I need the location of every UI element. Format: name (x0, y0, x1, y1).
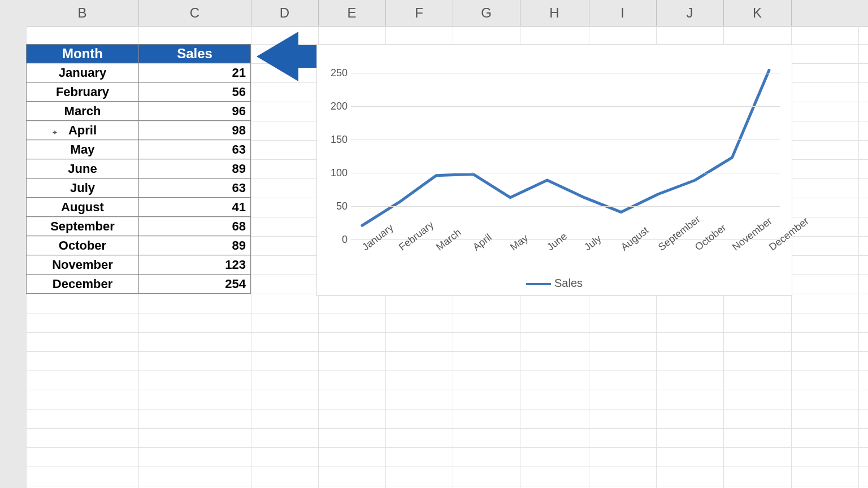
column-header[interactable]: J (656, 0, 724, 26)
table-row[interactable]: October89 (26, 236, 251, 255)
cell-sales[interactable]: 98 (139, 121, 251, 140)
table-row[interactable]: May63 (26, 140, 251, 159)
x-tick-label: January (360, 244, 367, 254)
column-header[interactable]: C (138, 0, 251, 26)
x-tick-label: July (582, 244, 589, 254)
column-header[interactable]: G (453, 0, 520, 26)
cell-sales[interactable]: 41 (139, 198, 251, 217)
table-row[interactable]: April98 (26, 121, 251, 140)
cell-month[interactable]: February (26, 82, 139, 102)
cell-sales[interactable]: 63 (139, 140, 251, 159)
cell-month[interactable]: April (26, 121, 139, 140)
table-row[interactable]: June89 (26, 159, 251, 178)
column-header[interactable]: H (520, 0, 589, 26)
cell-sales[interactable]: 96 (139, 102, 251, 121)
table-row[interactable]: July63 (26, 178, 251, 198)
cell-sales[interactable]: 56 (139, 82, 251, 102)
cell-month[interactable]: December (26, 274, 139, 294)
cell-sales[interactable]: 89 (139, 159, 251, 178)
cell-sales[interactable]: 123 (139, 255, 251, 274)
x-tick-label: May (508, 244, 515, 254)
y-tick-label: 250 (325, 67, 348, 79)
row-header-bar (0, 26, 27, 488)
x-tick-label: October (693, 244, 700, 254)
cell-sales[interactable]: 21 (139, 63, 251, 82)
column-header-bar: BCDEFGHIJK (0, 0, 868, 27)
table-row[interactable]: February56 (26, 82, 251, 102)
header-month[interactable]: Month (26, 44, 139, 63)
x-tick-label: September (656, 244, 663, 254)
y-tick-label: 150 (325, 134, 348, 146)
column-header[interactable]: D (251, 0, 319, 26)
legend-swatch-icon (526, 283, 551, 285)
cell-month[interactable]: November (26, 255, 139, 274)
column-header[interactable]: I (589, 0, 657, 26)
y-tick-label: 100 (325, 167, 348, 179)
legend-label: Sales (554, 277, 583, 289)
x-tick-label: December (767, 244, 774, 254)
column-header[interactable]: K (723, 0, 792, 26)
chart-line-series (351, 73, 780, 239)
cursor-icon: ⌖ (53, 128, 57, 137)
cell-sales[interactable]: 89 (139, 236, 251, 255)
cell-month[interactable]: June (26, 159, 139, 178)
x-tick-label: June (545, 244, 552, 254)
cell-month[interactable]: May (26, 140, 139, 159)
column-header[interactable]: F (385, 0, 453, 26)
cell-month[interactable]: September (26, 217, 139, 236)
x-tick-label: April (471, 244, 478, 254)
table-row[interactable]: November123 (26, 255, 251, 274)
cell-month[interactable]: October (26, 236, 139, 255)
y-tick-label: 50 (325, 201, 348, 212)
chart-legend: Sales (317, 277, 792, 290)
x-tick-label: August (619, 244, 626, 254)
cell-sales[interactable]: 63 (139, 178, 251, 198)
column-header[interactable]: B (26, 0, 139, 26)
cell-sales[interactable]: 254 (139, 274, 251, 294)
x-tick-label: March (434, 244, 441, 254)
table-row[interactable]: March96 (26, 102, 251, 121)
y-tick-label: 0 (325, 234, 348, 246)
table-row[interactable]: August41 (26, 198, 251, 217)
x-tick-label: February (397, 244, 404, 254)
cell-sales[interactable]: 68 (139, 217, 251, 236)
cell-month[interactable]: July (26, 178, 139, 198)
y-tick-label: 200 (325, 101, 348, 112)
table-row[interactable]: September68 (26, 217, 251, 236)
plot-area (351, 73, 780, 239)
cell-month[interactable]: August (26, 198, 139, 217)
cell-month[interactable]: March (26, 102, 139, 121)
data-table[interactable]: Month Sales January21February56March96Ap… (26, 44, 251, 294)
x-tick-label: November (730, 244, 737, 254)
line-chart[interactable]: 050100150200250 JanuaryFebruaryMarchApri… (316, 44, 792, 296)
header-sales[interactable]: Sales (139, 44, 251, 63)
table-row[interactable]: December254 (26, 274, 251, 294)
table-row[interactable]: January21 (26, 63, 251, 82)
table-header-row[interactable]: Month Sales (26, 44, 251, 63)
column-header[interactable]: E (318, 0, 386, 26)
cell-month[interactable]: January (26, 63, 139, 82)
